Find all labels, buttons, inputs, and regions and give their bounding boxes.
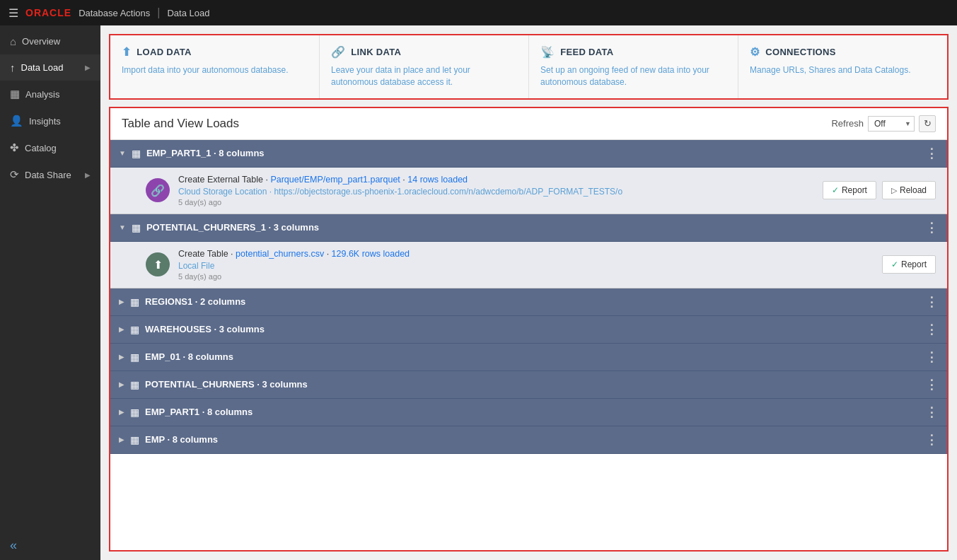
table-section-header: Table and View Loads Refresh Off 5 sec 1… — [110, 108, 947, 140]
arrow-icon-data-load: ▶ — [85, 64, 91, 71]
row-header-emp-part1-1[interactable]: ▼ ▦ EMP_PART1_1 · 8 columns ⋮ — [110, 140, 947, 168]
sidebar-item-data-load[interactable]: ↑ Data Load ▶ — [0, 54, 100, 81]
link-data-icon: 🔗 — [331, 45, 345, 59]
row-warehouses[interactable]: ▶ ▦ WAREHOUSES · 3 columns ⋮ — [110, 316, 947, 344]
card-connections[interactable]: ⚙ CONNECTIONS Manage URLs, Shares and Da… — [738, 35, 947, 98]
card-load-data-label: LOAD DATA — [137, 47, 191, 57]
sidebar: ⌂ Overview ↑ Data Load ▶ ▦ Analysis 👤 In… — [0, 25, 100, 560]
toggle-warehouses[interactable]: ▶ — [119, 325, 124, 333]
person-icon: 👤 — [10, 115, 23, 127]
table-section-title: Table and View Loads — [122, 117, 831, 131]
card-connections-label: CONNECTIONS — [765, 47, 835, 57]
row-name-emp: EMP · 8 columns — [145, 434, 920, 445]
detail-actions-emp-part1-1: ✓ Report ▷ Reload — [823, 181, 936, 199]
topbar: ☰ ORACLE Database Actions | Data Load — [0, 0, 957, 25]
sidebar-item-overview[interactable]: ⌂ Overview — [0, 28, 100, 54]
row-group-potential-churners-1: ▼ ▦ POTENTIAL_CHURNERS_1 · 3 columns ⋮ ⬆ — [110, 214, 947, 288]
sidebar-collapse-button[interactable]: « — [0, 531, 100, 560]
row-expanded-emp-part1-1: 🔗 Create External Table · Parquet/EMP/em… — [110, 168, 947, 214]
card-load-data-desc: Import data into your autonomous databas… — [122, 64, 308, 76]
table-icon-potential-churners: ▦ — [130, 379, 139, 390]
connections-icon: ⚙ — [750, 45, 760, 59]
detail-icon-emp-part1-1: 🔗 — [146, 178, 170, 202]
toggle-emp-part1[interactable]: ▶ — [119, 408, 124, 416]
row-menu-emp[interactable]: ⋮ — [925, 432, 939, 448]
toggle-regions1[interactable]: ▶ — [119, 298, 124, 305]
row-potential-churners[interactable]: ▶ ▦ POTENTIAL_CHURNERS · 3 columns ⋮ — [110, 371, 947, 399]
row-emp-part1[interactable]: ▶ ▦ EMP_PART1 · 8 columns ⋮ — [110, 399, 947, 426]
upload-icon-pc1: ⬆ — [153, 258, 163, 272]
detail-icon-pc1: ⬆ — [146, 252, 170, 276]
detail-subtitle-pc1: Local File — [178, 261, 874, 271]
detail-time-emp-part1-1: 5 day(s) ago — [178, 198, 814, 206]
topbar-subtitle: Data Load — [167, 8, 209, 18]
refresh-select[interactable]: Off 5 sec 10 sec 30 sec — [868, 116, 915, 132]
refresh-select-wrap[interactable]: Off 5 sec 10 sec 30 sec — [868, 116, 915, 132]
toggle-emp-01[interactable]: ▶ — [119, 353, 124, 361]
main-layout: ⌂ Overview ↑ Data Load ▶ ▦ Analysis 👤 In… — [0, 25, 957, 560]
row-menu-emp-01[interactable]: ⋮ — [925, 349, 939, 365]
card-load-data[interactable]: ⬆ LOAD DATA Import data into your autono… — [110, 35, 320, 98]
table-icon-warehouses: ▦ — [130, 324, 139, 335]
sidebar-label-data-share: Data Share — [25, 170, 71, 180]
refresh-icon: ↻ — [924, 118, 932, 129]
row-name-pc1: POTENTIAL_CHURNERS_1 · 3 columns — [146, 222, 920, 233]
file-link-pc1[interactable]: potential_churners.csv — [236, 249, 324, 259]
arrow-icon-data-share: ▶ — [85, 171, 91, 179]
row-menu-regions1[interactable]: ⋮ — [925, 294, 939, 310]
sidebar-label-data-load: Data Load — [21, 62, 64, 73]
collapse-icon: « — [10, 538, 17, 552]
report-button-pc1[interactable]: ✓ Report — [882, 255, 936, 274]
row-menu-warehouses[interactable]: ⋮ — [925, 322, 939, 337]
link-icon-emp-part1-1: 🔗 — [151, 184, 165, 197]
toggle-expand-pc1[interactable]: ▼ — [119, 223, 126, 231]
sidebar-item-insights[interactable]: 👤 Insights — [0, 107, 100, 134]
report-button-emp-part1-1[interactable]: ✓ Report — [823, 181, 876, 199]
load-data-icon: ⬆ — [122, 45, 131, 59]
row-name-emp-part1-1: EMP_PART1_1 · 8 columns — [146, 148, 920, 158]
sidebar-label-insights: Insights — [29, 116, 61, 127]
detail-time-pc1: 5 day(s) ago — [178, 272, 874, 281]
play-icon-reload-1: ▷ — [891, 186, 897, 195]
card-link-data-label: LINK DATA — [351, 47, 401, 57]
row-menu-potential-churners[interactable]: ⋮ — [925, 377, 939, 392]
card-link-data[interactable]: 🔗 LINK DATA Leave your data in place and… — [320, 35, 529, 98]
topbar-separator: | — [157, 6, 160, 19]
table-icon-emp-part1: ▦ — [130, 407, 139, 418]
row-name-potential-churners: POTENTIAL_CHURNERS · 3 columns — [145, 379, 920, 390]
row-regions1[interactable]: ▶ ▦ REGIONS1 · 2 columns ⋮ — [110, 288, 947, 316]
detail-actions-pc1: ✓ Report — [882, 255, 936, 274]
oracle-logo: ORACLE — [25, 7, 71, 18]
reload-button-emp-part1-1[interactable]: ▷ Reload — [882, 181, 936, 199]
sidebar-item-catalog[interactable]: ✤ Catalog — [0, 134, 100, 161]
detail-subtitle-emp-part1-1: Cloud Storage Location · https://objects… — [178, 187, 814, 197]
refresh-controls: Refresh Off 5 sec 10 sec 30 sec ↻ — [831, 115, 936, 132]
row-name-regions1: REGIONS1 · 2 columns — [145, 296, 920, 307]
file-link-emp-part1-1[interactable]: Parquet/EMP/emp_part1.parquet — [270, 175, 400, 185]
card-feed-data-label: FEED DATA — [560, 47, 613, 57]
row-header-potential-churners-1[interactable]: ▼ ▦ POTENTIAL_CHURNERS_1 · 3 columns ⋮ — [110, 214, 947, 242]
table-icon-emp-01: ▦ — [130, 351, 139, 363]
card-link-data-desc: Leave your data in place and let your au… — [331, 64, 517, 88]
oracle-logo-text: ORACLE — [25, 7, 71, 18]
row-menu-pc1[interactable]: ⋮ — [925, 220, 939, 235]
row-group-emp-part1-1: ▼ ▦ EMP_PART1_1 · 8 columns ⋮ 🔗 — [110, 140, 947, 214]
hamburger-menu[interactable]: ☰ — [8, 6, 18, 20]
row-menu-emp-part1[interactable]: ⋮ — [925, 404, 939, 420]
row-name-emp-01: EMP_01 · 8 columns — [145, 351, 920, 362]
row-menu-emp-part1-1[interactable]: ⋮ — [925, 146, 939, 161]
toggle-potential-churners[interactable]: ▶ — [119, 380, 124, 388]
card-feed-data-title: 📡 FEED DATA — [540, 45, 726, 59]
toggle-emp[interactable]: ▶ — [119, 436, 124, 443]
sidebar-item-analysis[interactable]: ▦ Analysis — [0, 81, 100, 107]
detail-info-emp-part1-1: Create External Table · Parquet/EMP/emp_… — [178, 175, 814, 206]
row-detail-emp-part1-1: 🔗 Create External Table · Parquet/EMP/em… — [110, 168, 947, 214]
row-emp-01[interactable]: ▶ ▦ EMP_01 · 8 columns ⋮ — [110, 344, 947, 371]
sidebar-item-data-share[interactable]: ⟳ Data Share ▶ — [0, 161, 100, 188]
row-emp[interactable]: ▶ ▦ EMP · 8 columns ⋮ — [110, 426, 947, 454]
refresh-label: Refresh — [831, 118, 864, 129]
rows-scroll: ▼ ▦ EMP_PART1_1 · 8 columns ⋮ 🔗 — [110, 140, 947, 454]
toggle-expand-emp-part1-1[interactable]: ▼ — [119, 149, 126, 157]
card-feed-data[interactable]: 📡 FEED DATA Set up an ongoing feed of ne… — [529, 35, 738, 98]
refresh-button[interactable]: ↻ — [919, 115, 936, 132]
